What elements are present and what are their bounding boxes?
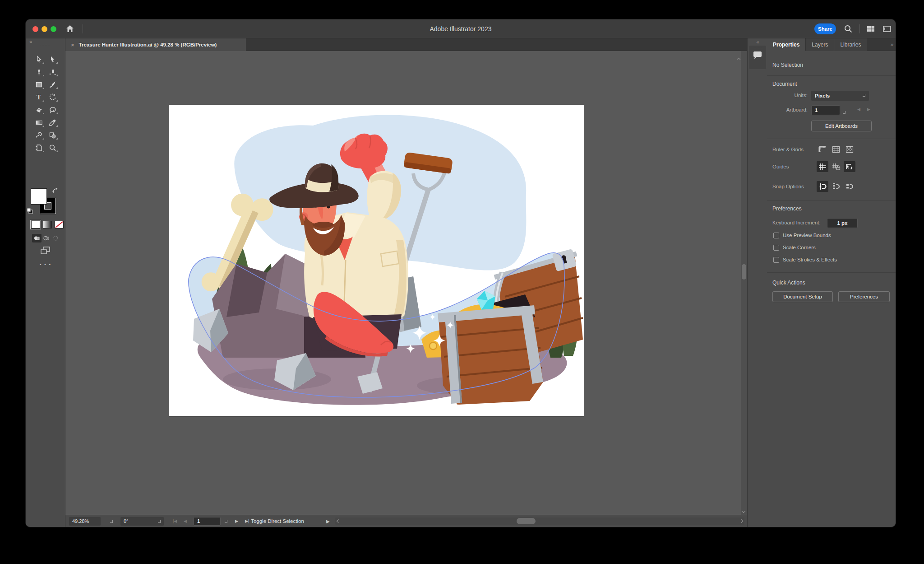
search-icon[interactable] — [843, 24, 853, 34]
vertical-scrollbar-thumb[interactable] — [742, 264, 746, 280]
show-guides-icon[interactable] — [817, 161, 828, 172]
titlebar-divider — [83, 24, 83, 33]
zoom-tool[interactable] — [46, 141, 59, 154]
artboard-tool[interactable] — [32, 141, 46, 154]
rotation-dropdown-icon[interactable] — [155, 517, 164, 526]
curvature-tool[interactable] — [46, 65, 59, 78]
zoom-level-field[interactable]: 49.28% — [69, 517, 101, 526]
shaper-tool[interactable] — [46, 103, 59, 116]
paintbrush-tool[interactable] — [46, 78, 59, 91]
tools-grid: T — [32, 53, 59, 154]
snap-to-point-icon[interactable] — [817, 181, 828, 192]
scroll-right-icon[interactable] — [739, 519, 743, 523]
panel-tab-bar: Properties Layers Libraries » — [767, 38, 896, 51]
comments-icon[interactable] — [753, 51, 762, 62]
change-screen-mode-icon[interactable] — [40, 246, 51, 255]
snap-options-icons — [817, 181, 855, 192]
gradient-swatch-button[interactable] — [43, 221, 52, 228]
scale-strokes-effects-checkbox[interactable] — [773, 257, 779, 263]
draw-behind-icon[interactable] — [42, 234, 51, 242]
edit-artboards-button[interactable]: Edit Artboards — [811, 121, 872, 131]
keyboard-increment-field[interactable]: 1 px — [827, 218, 858, 228]
scroll-up-icon[interactable] — [737, 58, 740, 61]
artboard-list-icon[interactable] — [222, 517, 231, 526]
current-artboard-field[interactable]: 1 — [194, 517, 221, 526]
color-swatch-button[interactable] — [31, 221, 40, 228]
window-title: Adobe Illustrator 2023 — [26, 19, 896, 38]
smart-guides-icon[interactable] — [844, 161, 855, 172]
rectangle-tool[interactable] — [32, 78, 46, 91]
workspace-switcher-icon[interactable] — [866, 24, 876, 34]
guides-icons — [817, 161, 855, 172]
next-artboard-icon[interactable]: ▶ — [867, 105, 870, 114]
pen-tool[interactable] — [32, 65, 46, 78]
edit-toolbar-icon[interactable]: • • • — [26, 262, 65, 267]
share-button[interactable]: Share — [814, 23, 836, 34]
rotate-tool[interactable] — [46, 91, 59, 103]
canvas-pasteboard[interactable] — [65, 51, 741, 515]
eraser-tool[interactable] — [32, 103, 46, 116]
preferences-button[interactable]: Preferences — [838, 291, 890, 302]
scale-corners-label: Scale Corners — [783, 245, 816, 250]
snap-to-pixel-icon[interactable] — [844, 181, 855, 192]
artboard-dropdown-icon[interactable] — [843, 109, 845, 115]
direct-selection-tool[interactable] — [46, 53, 59, 65]
tab-layers[interactable]: Layers — [806, 38, 834, 51]
first-artboard-icon[interactable]: |◀ — [173, 517, 177, 526]
scroll-left-icon[interactable] — [337, 519, 340, 523]
default-fill-stroke-icon[interactable] — [26, 207, 33, 214]
selection-tool[interactable] — [32, 53, 46, 65]
tab-libraries[interactable]: Libraries — [834, 38, 867, 51]
snap-to-grid-icon[interactable] — [830, 181, 842, 192]
draw-normal-icon[interactable] — [32, 234, 42, 242]
titlebar-divider-2 — [859, 24, 860, 33]
none-swatch-button[interactable] — [55, 221, 64, 228]
width-tool[interactable] — [32, 129, 46, 141]
panel-toggle-icon[interactable] — [882, 24, 892, 34]
artboard-number-field[interactable]: 1 — [811, 105, 840, 115]
expand-panel-icon[interactable]: » — [891, 38, 893, 51]
properties-panel: Properties Layers Libraries » No Selecti… — [767, 38, 896, 527]
panel-grip-handle[interactable]: ·························· — [753, 47, 762, 49]
home-icon[interactable] — [65, 24, 74, 33]
tools-grip-handle[interactable]: ·························· — [40, 44, 51, 46]
tab-properties[interactable]: Properties — [767, 38, 806, 51]
status-menu-play-icon[interactable]: ▶ — [326, 517, 330, 526]
previous-artboard-icon[interactable]: ◀ — [184, 517, 187, 526]
guides-label: Guides — [772, 164, 789, 169]
horizontal-scrollbar-thumb[interactable] — [517, 518, 536, 524]
document-setup-button[interactable]: Document Setup — [772, 291, 833, 302]
artboard-label: Artboard: — [767, 107, 808, 112]
status-display-label[interactable]: Toggle Direct Selection — [232, 515, 323, 527]
scroll-down-icon[interactable] — [742, 509, 745, 513]
scale-corners-checkbox[interactable] — [773, 245, 779, 251]
use-preview-bounds-checkbox[interactable] — [773, 233, 779, 238]
swap-fill-stroke-icon[interactable] — [52, 187, 58, 194]
lock-guides-icon[interactable] — [830, 161, 842, 172]
show-transparency-grid-icon[interactable] — [844, 144, 855, 155]
collapse-panels-icon[interactable]: « — [748, 39, 767, 45]
horizontal-scrollbar[interactable] — [335, 517, 744, 525]
units-dropdown[interactable]: Pixels — [811, 91, 869, 101]
zoom-dropdown-icon[interactable] — [107, 517, 116, 526]
eyedropper-tool[interactable] — [46, 116, 59, 129]
selection-status: No Selection — [772, 62, 803, 68]
draw-inside-icon[interactable] — [51, 234, 60, 242]
fill-color-swatch[interactable] — [31, 188, 47, 205]
titlebar: Adobe Illustrator 2023 Share — [26, 19, 896, 38]
comments-panel-tile[interactable]: ·························· — [749, 46, 766, 69]
show-grid-icon[interactable] — [830, 144, 842, 155]
previous-artboard-icon[interactable]: ◀ — [857, 105, 860, 114]
show-rulers-icon[interactable] — [817, 144, 828, 155]
close-tab-icon[interactable]: × — [71, 42, 74, 48]
quick-actions-heading: Quick Actions — [772, 280, 805, 286]
shape-builder-tool[interactable] — [46, 129, 59, 141]
treasure-hunter-artwork — [169, 105, 584, 416]
snap-options-label: Snap Options — [772, 184, 804, 189]
collapse-tools-icon[interactable]: « — [29, 39, 32, 44]
document-tab[interactable]: × Treasure Hunter Illustration.ai @ 49.2… — [65, 38, 246, 51]
gradient-tool[interactable] — [32, 116, 46, 129]
artboard[interactable] — [169, 105, 584, 416]
type-tool[interactable]: T — [32, 91, 46, 103]
vertical-scrollbar[interactable] — [741, 51, 747, 515]
